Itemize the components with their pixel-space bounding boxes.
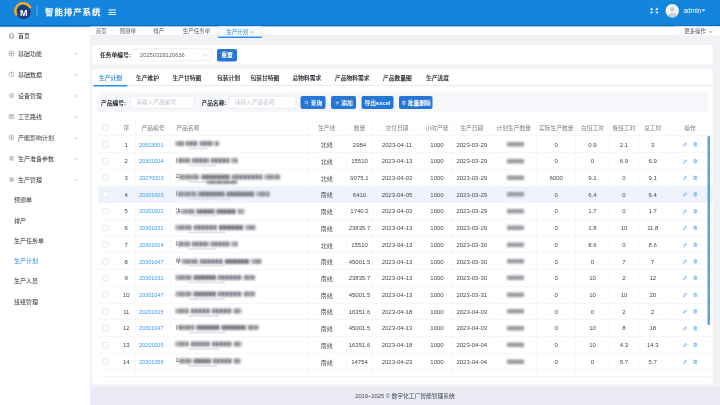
svg-text:M: M xyxy=(20,8,28,18)
